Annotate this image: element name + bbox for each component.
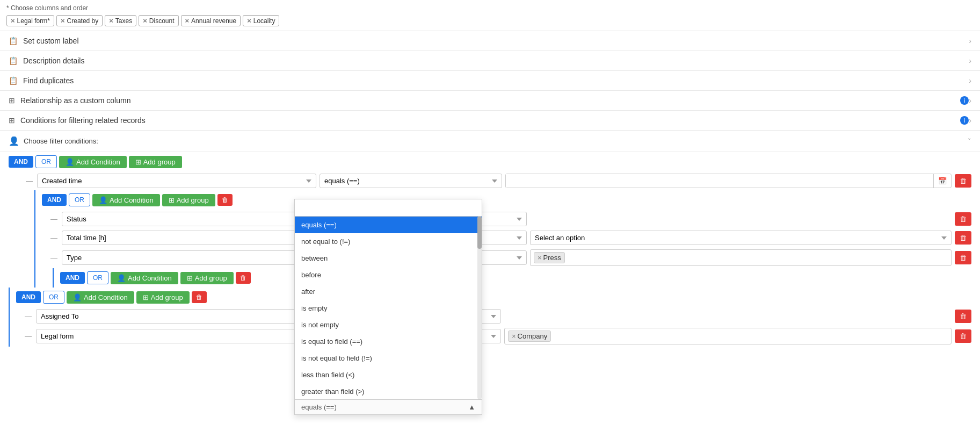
add-group-icon: ⊞ bbox=[135, 158, 141, 166]
dropdown-item-not-equal-to-field[interactable]: is not equal to field (!=) bbox=[295, 350, 482, 367]
delete-nested2-button[interactable]: 🗑 bbox=[236, 272, 251, 284]
dropdown-item-less-than-field[interactable]: less than field (<) bbox=[295, 367, 482, 383]
delete-total-time-button[interactable]: 🗑 bbox=[955, 231, 971, 245]
remove-press-icon[interactable]: × bbox=[538, 254, 542, 262]
delete-second-button[interactable]: 🗑 bbox=[192, 291, 207, 303]
operator-select-created-time[interactable]: equals (==) bbox=[320, 174, 502, 188]
person-icon: 👤 bbox=[9, 136, 19, 146]
add-condition-button-nested2[interactable]: 👤 Add Condition bbox=[111, 272, 178, 284]
remove-company-icon[interactable]: × bbox=[512, 332, 516, 340]
dropdown-item-is-not-empty[interactable]: is not empty bbox=[295, 317, 482, 333]
or-button-second[interactable]: OR bbox=[43, 291, 64, 304]
tag-created-by[interactable]: × Created by bbox=[56, 15, 103, 26]
remove-taxes-icon[interactable]: × bbox=[109, 17, 113, 25]
dropdown-footer-arrow[interactable]: ▲ bbox=[468, 403, 475, 411]
section-description-details[interactable]: 📋 Description details › bbox=[0, 51, 980, 71]
and-button-nested2[interactable]: AND bbox=[60, 272, 85, 284]
delete-nested1-button[interactable]: 🗑 bbox=[217, 194, 233, 206]
delete-type-button[interactable]: 🗑 bbox=[955, 251, 971, 264]
filter-header-label: Choose filter conditions: bbox=[24, 137, 98, 145]
dropdown-search-input[interactable] bbox=[295, 199, 482, 217]
dropdown-item-is-empty[interactable]: is empty bbox=[295, 300, 482, 317]
add-condition-icon: 👤 bbox=[66, 158, 74, 166]
add-group-button-second[interactable]: ⊞ Add group bbox=[136, 291, 190, 304]
delete-wrap: 🗑 bbox=[955, 174, 971, 188]
field-select-assigned-to[interactable]: Assigned To bbox=[36, 309, 315, 324]
chevron-right-icon: › bbox=[969, 37, 971, 45]
chevron-down-icon[interactable]: ˅ bbox=[968, 137, 971, 145]
nested-block-2: AND OR 👤 Add Condition ⊞ Add group 🗑 bbox=[53, 268, 980, 288]
section-find-duplicates[interactable]: 📋 Find duplicates › bbox=[0, 71, 980, 91]
remove-locality-icon[interactable]: × bbox=[247, 17, 251, 25]
custom-label-icon: 📋 bbox=[9, 37, 18, 45]
section-conditions-filtering[interactable]: ⊞ Conditions for filtering related recor… bbox=[0, 111, 980, 131]
add-condition-button-nested1[interactable]: 👤 Add Condition bbox=[92, 194, 160, 206]
remove-created-by-icon[interactable]: × bbox=[61, 17, 65, 25]
total-time-row: — Total time [h] greater than field (>) … bbox=[35, 228, 980, 247]
delete-assigned-to-button[interactable]: 🗑 bbox=[955, 310, 971, 323]
section-label: Set custom label bbox=[23, 37, 969, 45]
add-group-button-nested2[interactable]: ⊞ Add group bbox=[180, 272, 234, 284]
dropdown-item-after[interactable]: after bbox=[295, 283, 482, 300]
chevron-right-icon: › bbox=[969, 96, 971, 105]
nested-block-1: AND OR 👤 Add Condition ⊞ Add group 🗑 — S… bbox=[34, 190, 980, 288]
section-label: Find duplicates bbox=[23, 76, 969, 85]
delete-button-created-time[interactable]: 🗑 bbox=[955, 174, 971, 188]
dropdown-item-before[interactable]: before bbox=[295, 267, 482, 283]
chevron-right-icon: › bbox=[969, 76, 971, 85]
add-group-button-top[interactable]: ⊞ Add group bbox=[129, 156, 182, 168]
remove-legal-form-icon[interactable]: × bbox=[11, 17, 15, 25]
remove-discount-icon[interactable]: × bbox=[143, 17, 147, 25]
dash-icon: — bbox=[25, 332, 32, 340]
tag-locality[interactable]: × Locality bbox=[243, 15, 279, 26]
section-label: Description details bbox=[23, 56, 969, 65]
add-grp-icon-n1: ⊞ bbox=[169, 196, 175, 204]
date-input[interactable] bbox=[506, 174, 933, 188]
delete-legal-form-button[interactable]: 🗑 bbox=[955, 329, 971, 343]
filter-conditions-header: 👤 Choose filter conditions: ˅ bbox=[0, 131, 980, 152]
dropdown-item-greater-than-field[interactable]: greater than field (>) bbox=[295, 383, 482, 399]
add-cond-icon-n1: 👤 bbox=[99, 196, 107, 204]
or-button-nested1[interactable]: OR bbox=[69, 193, 90, 206]
field-select-created-time[interactable]: Created time bbox=[37, 174, 316, 188]
and-button-nested1[interactable]: AND bbox=[42, 194, 67, 206]
add-cond-icon-s: 👤 bbox=[73, 293, 82, 301]
top-logic-row: AND OR 👤 Add Condition ⊞ Add group bbox=[0, 152, 980, 171]
tag-legal-form[interactable]: × Legal form* bbox=[6, 15, 54, 26]
dropdown-box: equals (==) not equal to (!=) between be… bbox=[294, 199, 482, 415]
relationship-icon: ⊞ bbox=[9, 96, 15, 105]
section-label: Conditions for filtering related records bbox=[20, 116, 957, 125]
dropdown-footer-label: equals (==) bbox=[301, 403, 337, 411]
add-group-button-nested1[interactable]: ⊞ Add group bbox=[162, 194, 215, 206]
tag-taxes[interactable]: × Taxes bbox=[105, 15, 136, 26]
add-grp-icon-n2: ⊞ bbox=[187, 274, 193, 282]
and-button-top[interactable]: AND bbox=[9, 156, 33, 168]
dropdown-item-equals[interactable]: equals (==) bbox=[295, 217, 482, 233]
legal-form-row: — Legal form equals (==) × Company 🗑 bbox=[10, 326, 980, 347]
second-group-block: AND OR 👤 Add Condition ⊞ Add group 🗑 — A… bbox=[9, 288, 980, 347]
add-condition-button-top[interactable]: 👤 Add Condition bbox=[59, 156, 127, 168]
calendar-icon[interactable]: 📅 bbox=[933, 174, 951, 188]
section-set-custom-label[interactable]: 📋 Set custom label › bbox=[0, 31, 980, 51]
add-condition-button-second[interactable]: 👤 Add Condition bbox=[67, 291, 134, 304]
description-icon: 📋 bbox=[9, 56, 18, 65]
company-tag-label: Company bbox=[518, 332, 548, 340]
tag-discount[interactable]: × Discount bbox=[139, 15, 178, 26]
dropdown-item-equal-to-field[interactable]: is equal to field (==) bbox=[295, 333, 482, 350]
second-group-logic-row: AND OR 👤 Add Condition ⊞ Add group 🗑 bbox=[10, 288, 980, 307]
or-button-top[interactable]: OR bbox=[35, 155, 57, 168]
tag-annual-revenue[interactable]: × Annual revenue bbox=[181, 15, 241, 26]
dropdown-item-not-equal[interactable]: not equal to (!=) bbox=[295, 233, 482, 250]
field-select-legal-form[interactable]: Legal form bbox=[36, 329, 315, 343]
press-tag: × Press bbox=[534, 252, 565, 263]
dropdown-list: equals (==) not equal to (!=) between be… bbox=[295, 217, 482, 399]
or-button-nested2[interactable]: OR bbox=[87, 271, 108, 284]
dropdown-item-between[interactable]: between bbox=[295, 250, 482, 267]
legal-form-value-wrap: × Company bbox=[504, 328, 952, 344]
value-select-total-time[interactable]: Select an option bbox=[530, 231, 952, 245]
scrollbar-thumb[interactable] bbox=[477, 217, 482, 249]
delete-status-button[interactable]: 🗑 bbox=[955, 212, 971, 226]
section-relationship[interactable]: ⊞ Relationship as a custom column i › bbox=[0, 91, 980, 111]
and-button-second[interactable]: AND bbox=[16, 291, 41, 303]
remove-annual-revenue-icon[interactable]: × bbox=[185, 17, 190, 25]
